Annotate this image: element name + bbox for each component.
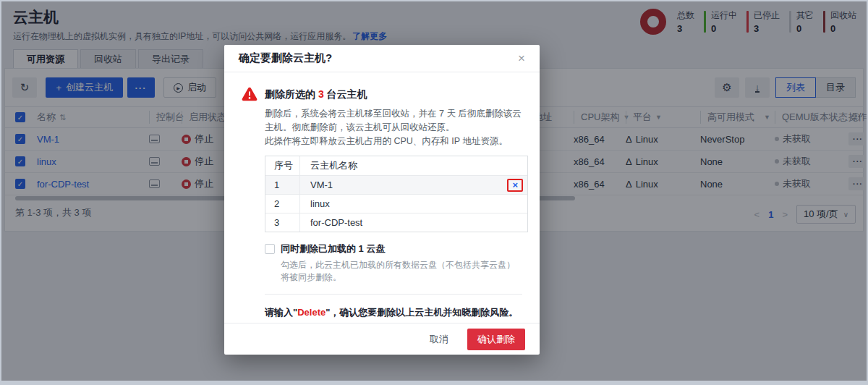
close-icon[interactable]: ×	[518, 52, 525, 64]
warning-title: 删除所选的 3 台云主机	[265, 87, 367, 101]
release-description: 此操作将立即释放云主机占用的 CPU、内存和 IP 地址资源。	[265, 135, 522, 148]
app-window: 云主机 运行在物理机上的虚拟机实例，具有独立的IP地址，可以访问公共网络，运行应…	[0, 0, 868, 385]
delete-disk-label: 同时删除已加载的 1 云盘	[281, 242, 385, 255]
column-header-vm-name: 云主机名称	[300, 159, 357, 172]
divider	[265, 294, 522, 295]
modal-header: 确定要删除云主机? ×	[224, 45, 540, 72]
delete-description: 删除后，系统会将云主机移至回收站，并在 7 天 后彻底删除该云主机。彻底删除前，…	[265, 107, 522, 135]
click-target-annotation: ×	[507, 179, 523, 192]
confirm-instruction: 请输入"Delete"，确认您要删除以上云主机并知晓删除风险。	[265, 306, 522, 319]
vm-delete-table: 序号 云主机名称 1 VM-1 × 2 linux 3 for-CDP-test	[265, 156, 528, 232]
modal-body: 删除所选的 3 台云主机 删除后，系统会将云主机移至回收站，并在 7 天 后彻底…	[224, 72, 540, 323]
vm-delete-row: 1 VM-1 ×	[265, 175, 527, 194]
selected-count: 3	[318, 88, 324, 100]
cloud-vm-page: 云主机 运行在物理机上的虚拟机实例，具有独立的IP地址，可以访问公共网络，运行应…	[1, 1, 867, 381]
cancel-button[interactable]: 取消	[422, 329, 456, 350]
modal-footer: 取消 确认删除	[224, 323, 540, 355]
delete-disk-checkbox[interactable]	[265, 244, 275, 254]
warning-icon	[242, 87, 258, 101]
remove-vm-button[interactable]: ×	[512, 179, 518, 190]
delete-disk-hint: 勾选后，此云主机已加载的所有数据云盘（不包括共享云盘）将被同步删除。	[281, 259, 522, 284]
delete-keyword: Delete	[297, 307, 326, 318]
vm-delete-table-header: 序号 云主机名称	[265, 156, 527, 175]
delete-disk-option: 同时删除已加载的 1 云盘	[265, 242, 522, 255]
confirm-delete-button[interactable]: 确认删除	[467, 329, 525, 350]
modal-title: 确定要删除云主机?	[239, 51, 332, 65]
vm-delete-row: 3 for-CDP-test	[265, 213, 527, 232]
column-header-index: 序号	[265, 156, 300, 175]
vm-delete-row: 2 linux	[265, 194, 527, 213]
delete-confirm-modal: 确定要删除云主机? × 删除所选的 3 台云主机 删除后，系统会将云主机移至回收…	[224, 45, 540, 355]
warning-row: 删除所选的 3 台云主机	[242, 87, 522, 101]
